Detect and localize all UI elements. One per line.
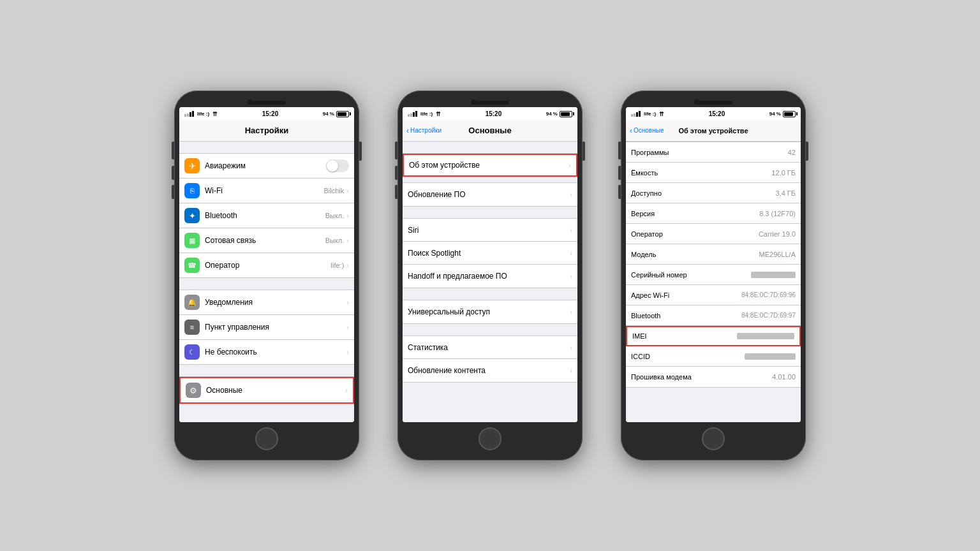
content-update-chevron: › bbox=[570, 367, 572, 374]
volume-up-button[interactable] bbox=[172, 166, 174, 180]
airplane-icon: ✈ bbox=[184, 158, 200, 173]
about-row-imei: IMEI bbox=[626, 326, 801, 346]
list-item-carrier[interactable]: ☎ Оператор life:) › bbox=[179, 253, 354, 277]
list-item-notifications[interactable]: 🔔 Уведомления › bbox=[179, 290, 354, 315]
accessibility-chevron: › bbox=[570, 308, 572, 316]
volume-up-button-2[interactable] bbox=[395, 166, 397, 180]
operator-label: Оператор bbox=[631, 230, 759, 238]
status-bar-1: life :) ⇈ 15:20 94 % bbox=[179, 107, 354, 120]
handoff-chevron: › bbox=[570, 272, 572, 280]
list-item-about[interactable]: Об этом устройстве › bbox=[403, 154, 577, 177]
wifi-settings-icon: ⎘ bbox=[184, 183, 200, 198]
list-item-spotlight[interactable]: Поиск Spotlight › bbox=[403, 242, 577, 265]
general-section-1: Об этом устройстве › bbox=[403, 153, 577, 177]
siri-chevron: › bbox=[570, 226, 572, 234]
dnd-label: Не беспокоить bbox=[205, 348, 346, 356]
cellular-chevron: › bbox=[346, 237, 349, 244]
list-item-accessibility[interactable]: Универсальный доступ › bbox=[403, 300, 577, 323]
about-row-serial: Серийный номер bbox=[626, 265, 801, 285]
list-item-wifi[interactable]: ⎘ Wi-Fi Bilchik › bbox=[179, 179, 354, 203]
battery-icon bbox=[336, 111, 349, 117]
speaker-2 bbox=[471, 101, 509, 105]
list-item-general[interactable]: ⚙ Основные › bbox=[179, 377, 354, 404]
about-row-version: Версия 8.3 (12F70) bbox=[626, 203, 801, 224]
version-label: Версия bbox=[631, 210, 759, 217]
battery-pct-label-3: 94 % bbox=[769, 111, 781, 117]
list-item-control-center[interactable]: ≡ Пункт управления › bbox=[179, 315, 354, 340]
list-item-siri[interactable]: Siri › bbox=[403, 219, 577, 242]
settings-section-1: ✈ Авиарежим ⎘ Wi-Fi Bilchik › ✦ bbox=[179, 153, 354, 278]
version-value: 8.3 (12F70) bbox=[759, 210, 796, 217]
general-section-2: Обновление ПО › bbox=[403, 182, 577, 207]
about-row-modem: Прошивка модема 4.01.00 bbox=[626, 367, 801, 387]
available-value: 3,4 ГБ bbox=[775, 189, 796, 197]
stats-chevron: › bbox=[570, 344, 572, 351]
carrier-settings-icon: ☎ bbox=[184, 258, 200, 273]
volume-down-button-2[interactable] bbox=[395, 185, 397, 199]
front-camera-2 bbox=[471, 99, 476, 105]
content-update-label: Обновление контента bbox=[408, 366, 570, 375]
wifi-addr-label: Адрес Wi-Fi bbox=[631, 291, 741, 299]
list-item-handoff[interactable]: Handoff и предлагаемое ПО › bbox=[403, 265, 577, 288]
carrier-settings-label: Оператор bbox=[205, 261, 331, 270]
mute-button-3[interactable] bbox=[618, 142, 621, 159]
notifications-icon: 🔔 bbox=[184, 295, 200, 310]
volume-up-button-3[interactable] bbox=[618, 166, 621, 180]
serial-value bbox=[751, 272, 796, 278]
nav-back-2[interactable]: ‹ Настройки bbox=[406, 126, 442, 135]
volume-down-button-3[interactable] bbox=[618, 185, 621, 199]
power-button[interactable] bbox=[359, 142, 362, 161]
dnd-icon: ☾ bbox=[184, 344, 200, 360]
model-label: Модель bbox=[631, 251, 759, 258]
home-button-3[interactable] bbox=[702, 427, 725, 450]
status-bar-3: life :) ⇈ 15:20 94 % bbox=[626, 107, 801, 120]
volume-down-button[interactable] bbox=[172, 185, 174, 199]
home-button-1[interactable] bbox=[255, 427, 278, 450]
modem-label: Прошивка модема bbox=[631, 373, 772, 381]
bluetooth-icon: ✦ bbox=[184, 208, 200, 223]
about-chevron: › bbox=[568, 161, 571, 169]
list-item-stats[interactable]: Статистика › bbox=[403, 336, 577, 359]
list-item-update[interactable]: Обновление ПО › bbox=[403, 183, 577, 206]
carrier-label-2: life :) bbox=[420, 111, 433, 117]
notifications-chevron: › bbox=[346, 298, 349, 306]
bluetooth-label: Bluetooth bbox=[205, 211, 325, 220]
battery-icon-3 bbox=[783, 111, 796, 117]
handoff-label: Handoff и предлагаемое ПО bbox=[408, 272, 570, 281]
phone-1: life :) ⇈ 15:20 94 % Настройки ✈ bbox=[174, 91, 359, 460]
power-button-3[interactable] bbox=[806, 142, 808, 161]
wifi-value: Bilchik bbox=[324, 187, 345, 195]
mute-button-2[interactable] bbox=[395, 142, 397, 159]
home-button-2[interactable] bbox=[479, 427, 501, 450]
front-camera bbox=[248, 99, 253, 105]
nav-bar-2: ‹ Настройки Основные bbox=[403, 120, 577, 142]
list-item-airplane[interactable]: ✈ Авиарежим bbox=[179, 154, 354, 179]
control-center-chevron: › bbox=[346, 323, 349, 331]
nav-bar-3: ‹ Основные Об этом устройстве bbox=[626, 120, 801, 142]
battery-icon-2 bbox=[560, 111, 572, 117]
list-item-dnd[interactable]: ☾ Не беспокоить › bbox=[179, 340, 354, 364]
wifi-icon-2: ⇈ bbox=[436, 111, 441, 117]
nav-back-label-2: Настройки bbox=[410, 127, 442, 134]
battery-pct-label-2: 94 % bbox=[546, 111, 558, 117]
airplane-label: Авиарежим bbox=[205, 161, 326, 170]
mute-button[interactable] bbox=[172, 142, 174, 159]
nav-back-3[interactable]: ‹ Основные bbox=[630, 126, 664, 135]
time-label-2: 15:20 bbox=[486, 110, 502, 117]
dnd-chevron: › bbox=[346, 348, 349, 356]
settings-section-2: 🔔 Уведомления › ≡ Пункт управления › ☾ Н… bbox=[179, 290, 354, 365]
list-item-cellular[interactable]: ▦ Сотовая связь Выкл. › bbox=[179, 228, 354, 253]
spotlight-chevron: › bbox=[570, 249, 572, 257]
cellular-icon: ▦ bbox=[184, 233, 200, 248]
iccid-value bbox=[745, 353, 796, 360]
imei-value bbox=[737, 333, 794, 339]
airplane-toggle[interactable] bbox=[326, 159, 349, 172]
stats-label: Статистика bbox=[408, 343, 570, 352]
list-item-bluetooth[interactable]: ✦ Bluetooth Выкл. › bbox=[179, 203, 354, 228]
nav-bar-1: Настройки bbox=[179, 120, 354, 142]
power-button-2[interactable] bbox=[583, 142, 585, 161]
wifi-icon: ⇈ bbox=[212, 111, 218, 117]
signal-bars-3 bbox=[631, 111, 641, 117]
list-item-content-update[interactable]: Обновление контента › bbox=[403, 359, 577, 382]
about-label: Об этом устройстве bbox=[409, 161, 568, 170]
